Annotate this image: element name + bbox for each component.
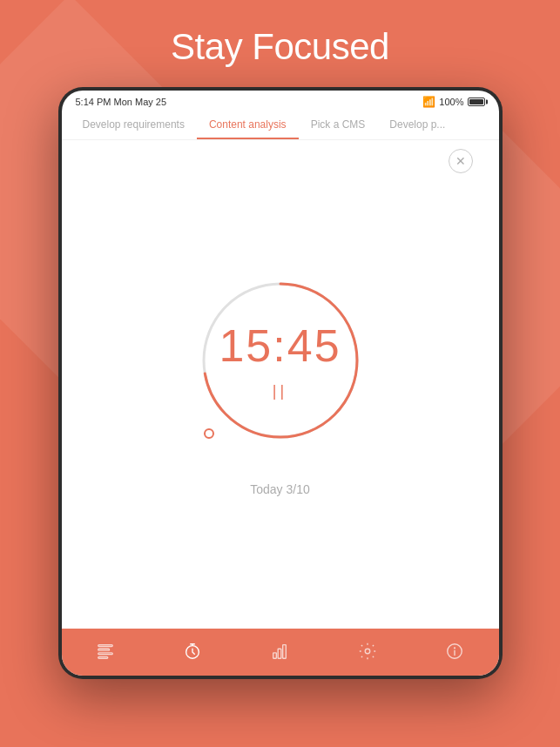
pause-button[interactable]: || xyxy=(273,382,287,400)
svg-point-12 xyxy=(455,648,455,649)
bottom-timer-button[interactable] xyxy=(175,636,210,667)
device-screen: 5:14 PM Mon May 25 📶 100% Develop requir… xyxy=(62,91,499,676)
timer-container: 15:45 || xyxy=(193,273,368,448)
today-counter: Today 3/10 xyxy=(250,482,310,496)
status-indicators: 📶 100% xyxy=(422,96,484,108)
timer-time: 15:45 xyxy=(219,320,341,372)
tab-content-analysis[interactable]: Content analysis xyxy=(197,111,299,139)
bottom-settings-button[interactable] xyxy=(350,636,385,667)
svg-rect-5 xyxy=(98,656,107,658)
timer-display: 15:45 || xyxy=(219,320,341,400)
status-bar: 5:14 PM Mon May 25 📶 100% xyxy=(62,91,499,111)
bottom-info-button[interactable] xyxy=(437,636,472,667)
svg-point-10 xyxy=(365,649,370,654)
tab-develop-more[interactable]: Develop p... xyxy=(377,111,457,139)
timer-drag-handle[interactable] xyxy=(204,428,214,439)
battery-percent: 100% xyxy=(439,97,463,107)
bottom-tab-bar xyxy=(62,629,499,676)
close-button[interactable]: ✕ xyxy=(449,149,473,173)
tab-develop-requirements[interactable]: Develop requirements xyxy=(71,111,197,139)
chart-icon xyxy=(270,642,289,661)
bottom-tasks-button[interactable] xyxy=(88,636,123,667)
svg-rect-7 xyxy=(273,653,277,658)
tab-nav: Develop requirements Content analysis Pi… xyxy=(62,111,499,140)
device-frame: 5:14 PM Mon May 25 📶 100% Develop requir… xyxy=(58,87,503,679)
svg-rect-9 xyxy=(283,645,287,659)
battery-icon xyxy=(468,98,485,106)
svg-rect-4 xyxy=(98,653,112,655)
svg-rect-3 xyxy=(98,649,109,650)
svg-rect-8 xyxy=(279,649,282,658)
svg-rect-2 xyxy=(98,645,112,647)
page-title: Stay Focused xyxy=(171,26,389,68)
timer-icon xyxy=(183,642,202,661)
bottom-stats-button[interactable] xyxy=(262,636,297,667)
main-content: ✕ 15:45 || Today 3/10 xyxy=(62,140,499,629)
tab-pick-cms[interactable]: Pick a CMS xyxy=(299,111,378,139)
wifi-icon: 📶 xyxy=(422,96,435,108)
settings-icon xyxy=(358,642,377,661)
status-time: 5:14 PM Mon May 25 xyxy=(76,97,167,107)
list-icon xyxy=(96,642,115,661)
info-icon xyxy=(445,642,464,661)
